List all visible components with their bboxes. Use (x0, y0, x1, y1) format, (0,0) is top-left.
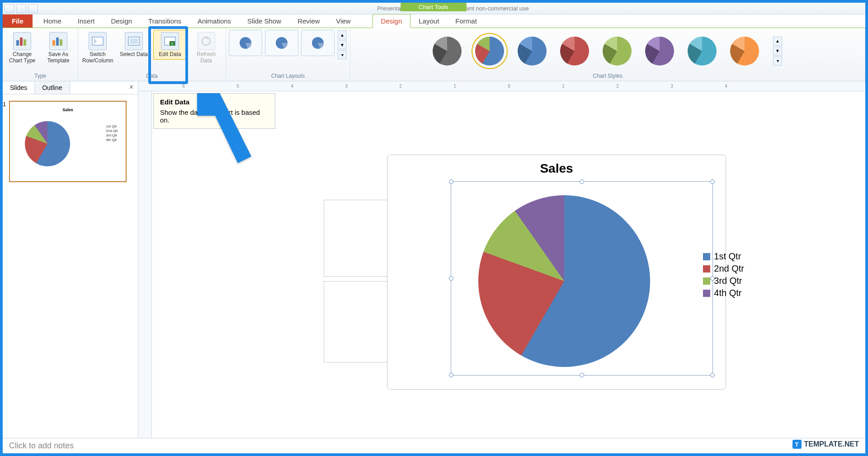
chart-style-7[interactable] (688, 37, 717, 66)
legend-item[interactable]: 3rd Qtr (703, 276, 744, 286)
styles-scroll-1[interactable]: ▼ (773, 47, 782, 56)
chart-style-2[interactable] (475, 37, 504, 66)
legend-swatch-icon (703, 277, 710, 285)
svg-marker-16 (197, 93, 251, 163)
chart-style-6[interactable] (645, 37, 674, 66)
group-data: Switch Row/Column Select Data X Edit Dat… (78, 28, 226, 81)
refresh-icon (197, 32, 215, 50)
pane-close-button[interactable]: × (125, 81, 138, 94)
layouts-scroll-down[interactable]: ▼ (338, 40, 347, 49)
tab-insert[interactable]: Insert (70, 14, 103, 28)
legend-item[interactable]: 1st Qtr (703, 251, 744, 262)
legend-swatch-icon (703, 290, 710, 297)
mini-pie-icon (25, 121, 70, 166)
chart-object[interactable]: Sales 1st Qtr2nd (387, 155, 726, 390)
svg-rect-5 (60, 39, 62, 46)
svg-rect-4 (56, 38, 59, 46)
svg-text:X: X (171, 42, 174, 46)
tab-chart-design[interactable]: Design (373, 14, 411, 28)
quick-access-toolbar (5, 4, 38, 13)
tab-file[interactable]: File (3, 14, 33, 28)
legend-swatch-icon (703, 265, 710, 273)
select-data-icon (125, 32, 143, 50)
ribbon-tabs: File Home Insert Design Transitions Anim… (3, 14, 865, 28)
chart-plot-area[interactable]: 1st Qtr2nd Qtr3rd Qtr4th Qtr (451, 181, 713, 376)
legend-item[interactable]: 2nd Qtr (703, 263, 744, 274)
tab-design-main[interactable]: Design (103, 14, 140, 28)
svg-rect-0 (16, 40, 19, 46)
chart-style-8[interactable] (730, 37, 759, 66)
group-chart-styles: ▲▼▾ Chart Styles (350, 28, 865, 81)
chart-title[interactable]: Sales (387, 161, 726, 176)
title-bar: Presentation2 - Microsoft PowerPoint non… (3, 3, 865, 14)
edit-data-icon: X (161, 32, 179, 50)
resize-handle[interactable] (580, 179, 584, 184)
svg-rect-1 (20, 38, 23, 46)
group-label-styles: Chart Styles (593, 72, 622, 80)
change-chart-type-button[interactable]: Change Chart Type (5, 30, 39, 66)
tab-review[interactable]: Review (289, 14, 328, 28)
resize-handle[interactable] (449, 179, 453, 184)
svg-rect-8 (130, 38, 138, 44)
group-type: Change Chart Type Save As Template Type (3, 28, 78, 81)
layout-option-3[interactable] (301, 30, 335, 56)
pane-tab-outline[interactable]: Outline (35, 81, 70, 94)
mini-legend: 1st Qtr 2nd Qtr 3rd Qtr 4th Qtr (106, 124, 118, 142)
legend-label: 3rd Qtr (714, 276, 742, 286)
tab-home[interactable]: Home (35, 14, 70, 28)
chart-style-4[interactable] (560, 37, 589, 66)
chart-style-1[interactable] (433, 37, 462, 66)
select-data-button[interactable]: Select Data (117, 30, 151, 60)
save-as-template-button[interactable]: Save As Template (42, 30, 75, 66)
chart-style-3[interactable] (518, 37, 547, 66)
layouts-more[interactable]: ▾ (338, 50, 347, 59)
layouts-scroll-up[interactable]: ▲ (338, 30, 347, 39)
resize-handle[interactable] (710, 179, 715, 184)
group-label-type: Type (34, 72, 46, 80)
resize-handle[interactable] (710, 373, 715, 377)
template-icon (49, 32, 67, 50)
tab-transitions[interactable]: Transitions (140, 14, 189, 28)
notes-pane[interactable]: Click to add notes (3, 438, 865, 453)
styles-scroll-2[interactable]: ▾ (773, 56, 782, 66)
edit-data-button[interactable]: X Edit Data (153, 30, 187, 60)
chart-type-icon (13, 32, 31, 50)
legend-swatch-icon (703, 253, 710, 260)
qat-undo-icon[interactable] (16, 4, 26, 13)
qat-save-icon[interactable] (5, 4, 14, 13)
slide-number: 1 (3, 101, 6, 108)
tab-slideshow[interactable]: Slide Show (239, 14, 289, 28)
pane-tab-slides[interactable]: Slides (3, 81, 35, 94)
refresh-data-button: Refresh Data (189, 30, 223, 66)
slide-canvas[interactable]: C le Sales (152, 91, 865, 438)
switch-row-column-button[interactable]: Switch Row/Column (81, 30, 114, 66)
resize-handle[interactable] (449, 276, 453, 281)
annotation-arrow-icon (193, 89, 256, 167)
tab-view[interactable]: View (328, 14, 359, 28)
legend-label: 4th Qtr (714, 288, 741, 298)
legend-label: 2nd Qtr (714, 263, 744, 274)
contextual-tab-label: Chart Tools (401, 3, 467, 11)
svg-rect-2 (24, 39, 26, 46)
qat-redo-icon[interactable] (28, 4, 38, 13)
tab-chart-format[interactable]: Format (447, 14, 485, 28)
svg-rect-6 (92, 37, 103, 45)
styles-scroll-0[interactable]: ▲ (773, 37, 782, 46)
resize-handle[interactable] (580, 373, 584, 377)
watermark: T TEMPLATE.NET (793, 440, 859, 449)
chart-legend[interactable]: 1st Qtr2nd Qtr3rd Qtr4th Qtr (703, 249, 744, 300)
slides-pane: Slides Outline × 1 Sales 1st Qtr 2nd Qtr… (3, 81, 138, 438)
watermark-badge-icon: T (793, 440, 802, 449)
layout-option-1[interactable] (229, 30, 262, 56)
vertical-ruler (138, 91, 152, 438)
pie-chart[interactable] (478, 195, 650, 367)
ribbon: Change Chart Type Save As Template Type … (3, 28, 865, 81)
resize-handle[interactable] (449, 373, 453, 377)
svg-rect-3 (52, 40, 55, 46)
slide-thumbnail-1[interactable]: Sales 1st Qtr 2nd Qtr 3rd Qtr 4th Qtr (9, 101, 127, 182)
tab-chart-layout[interactable]: Layout (410, 14, 447, 28)
tab-animations[interactable]: Animations (189, 14, 239, 28)
chart-style-5[interactable] (603, 37, 632, 66)
legend-item[interactable]: 4th Qtr (703, 288, 744, 298)
layout-option-2[interactable] (265, 30, 298, 56)
